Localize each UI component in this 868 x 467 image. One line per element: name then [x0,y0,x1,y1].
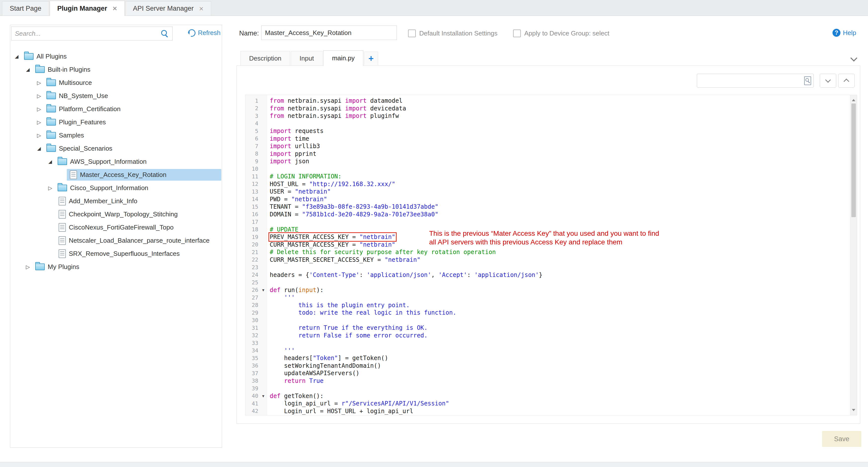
find-in-page-icon[interactable] [804,76,811,85]
line-number: 34 [245,347,260,354]
window-tab-label: Start Page [10,5,41,12]
tree-item-body[interactable]: Plugin_Features [44,116,221,128]
collapse-panel-chevron-icon[interactable] [850,55,857,62]
help-link[interactable]: ? Help [833,29,856,37]
tree-item-nb-system-use[interactable]: ▷NB_System_Use [10,89,221,102]
tree-item-body[interactable]: AWS_Support_Information [56,156,221,167]
tree-item-body[interactable]: Platform_Certification [44,103,221,115]
device-group-label: Apply to Device Group: select [524,30,610,37]
tree-item-plugin-features[interactable]: ▷Plugin_Features [10,115,221,129]
tree-item-master-access-key-rotation[interactable]: Master_Access_Key_Rotation [10,168,221,181]
find-next-button[interactable] [820,74,836,88]
expand-arrow-icon[interactable]: ▷ [34,106,44,112]
window-tab-label: API Server Manager [133,5,194,12]
window-tab-plugin-manager[interactable]: Plugin Manager× [50,1,125,16]
expand-arrow-icon[interactable]: ▷ [22,264,33,270]
tree-item-body[interactable]: CiscoNexus_FortiGateFirewall_Topo [56,222,221,233]
find-prev-button[interactable] [838,74,855,88]
line-number: 14 [245,196,260,202]
tree-item-checkpoint-warp-topology-stitching[interactable]: Checkpoint_Warp_Topology_Stitching [10,208,221,221]
tree-item-cisconexus-fortigatefirewall-topo[interactable]: CiscoNexus_FortiGateFirewall_Topo [10,221,221,234]
line-number: 11 [245,173,260,180]
tree-item-body[interactable]: My Plugins [33,261,221,273]
tree-item-aws-support-information[interactable]: ◢AWS_Support_Information [10,155,221,168]
tree-item-body[interactable]: Add_Member_Link_Info [56,195,221,207]
tree-item-body[interactable]: Cisco_Support_Information [56,182,221,194]
refresh-button[interactable]: Refresh [188,29,221,37]
tree-item-label: Add_Member_Link_Info [69,197,137,205]
device-group-checkbox[interactable]: Apply to Device Group: select [513,30,610,37]
collapse-arrow-icon[interactable]: ◢ [22,67,33,72]
tree-item-body[interactable]: Netscaler_Load_Balancer_parse_route_inte… [56,235,221,246]
code-text: updateAWSAPIServers() [267,370,360,377]
editor-tab-main-py[interactable]: main.py [323,51,363,66]
close-tab-icon[interactable]: × [199,5,204,12]
file-icon [59,223,66,232]
save-button[interactable]: Save [822,431,861,447]
search-icon[interactable] [161,30,169,38]
name-input[interactable] [261,26,397,40]
scroll-down-arrow-icon[interactable] [852,409,855,413]
search-input[interactable] [11,27,173,40]
editor-tab-description[interactable]: Description [240,51,290,66]
collapse-arrow-icon[interactable]: ◢ [11,54,22,59]
find-input[interactable] [697,74,814,88]
vertical-scrollbar[interactable] [850,95,857,415]
file-icon [59,236,66,245]
scroll-up-arrow-icon[interactable] [852,97,855,101]
tree-item-multisource[interactable]: ▷Multisource [10,76,221,89]
tree-item-netscaler-load-balancer-parse-route-interface[interactable]: Netscaler_Load_Balancer_parse_route_inte… [10,234,221,247]
name-label: Name: [239,30,259,37]
editor-tab-input[interactable]: Input [291,51,322,66]
code-text: return True if the everything is OK. [267,324,428,331]
tree-item-body[interactable]: NB_System_Use [44,90,221,102]
expand-arrow-icon[interactable]: ▷ [34,133,44,138]
window-tab-api-server-manager[interactable]: API Server Manager× [125,1,211,15]
tree-item-label: CiscoNexus_FortiGateFirewall_Topo [69,224,174,231]
collapse-arrow-icon[interactable]: ◢ [34,146,44,152]
collapse-arrow-icon[interactable]: ◢ [45,159,56,165]
tree-item-body[interactable]: Special_Scenarios [44,143,221,154]
tree-item-cisco-support-information[interactable]: ▷Cisco_Support_Information [10,181,221,195]
code-editor[interactable]: 1from netbrain.sysapi import datamodel2f… [245,95,857,415]
scrollbar-thumb[interactable] [851,103,856,217]
tree-item-add-member-link-info[interactable]: Add_Member_Link_Info [10,195,221,208]
tree-item-body[interactable]: Checkpoint_Warp_Topology_Stitching [56,208,221,220]
expand-arrow-icon[interactable]: ▷ [34,80,44,86]
expand-arrow-icon[interactable]: ▷ [45,185,56,191]
folder-icon [58,158,67,165]
checkbox-icon[interactable] [513,30,521,37]
checkbox-icon[interactable] [408,30,416,37]
tree-item-platform-certification[interactable]: ▷Platform_Certification [10,102,221,115]
window-tab-start-page[interactable]: Start Page [2,1,49,15]
code-line: 4 [245,120,850,128]
fold-arrow-icon[interactable]: ▾ [260,393,267,400]
tree-item-built-in-plugins[interactable]: ◢Built-in Plugins [10,63,221,76]
tree-item-special-scenarios[interactable]: ◢Special_Scenarios [10,142,221,155]
default-install-checkbox[interactable]: Default Installation Settings [408,30,497,37]
code-text: import time [267,135,309,142]
expand-arrow-icon[interactable]: ▷ [34,93,44,99]
tree-item-body[interactable]: All Plugins [22,51,221,62]
expand-arrow-icon[interactable]: ▷ [34,119,44,125]
tree-item-body[interactable]: Multisource [44,77,221,89]
close-tab-icon[interactable]: × [113,5,117,12]
code-line: 7import urllib3 [245,142,850,150]
tree-item-body[interactable]: SRX_Remove_Superfluous_Interfaces [56,248,221,260]
line-number: 28 [245,302,260,308]
line-number: 38 [245,378,260,384]
tree-item-body[interactable]: Built-in Plugins [33,64,221,75]
tree-item-body[interactable]: Samples [44,130,221,141]
file-icon [59,249,66,258]
code-text: import urllib3 [267,143,320,149]
tree-item-samples[interactable]: ▷Samples [10,129,221,142]
tree-item-my-plugins[interactable]: ▷My Plugins [10,260,221,273]
code-line: 41 login_api_url = r"/ServicesAPI/API/V1… [245,400,850,407]
tree-item-label: NB_System_Use [59,92,108,100]
tree-item-body[interactable]: Master_Access_Key_Rotation [67,169,221,181]
tree-item-srx-remove-superfluous-interfaces[interactable]: SRX_Remove_Superfluous_Interfaces [10,247,221,260]
add-tab-button[interactable]: + [364,52,378,65]
tree-item-all-plugins[interactable]: ◢All Plugins [10,50,221,63]
annotation-line-1: This is the previous “Mater Access Key” … [429,229,659,238]
fold-arrow-icon[interactable]: ▾ [260,287,267,294]
